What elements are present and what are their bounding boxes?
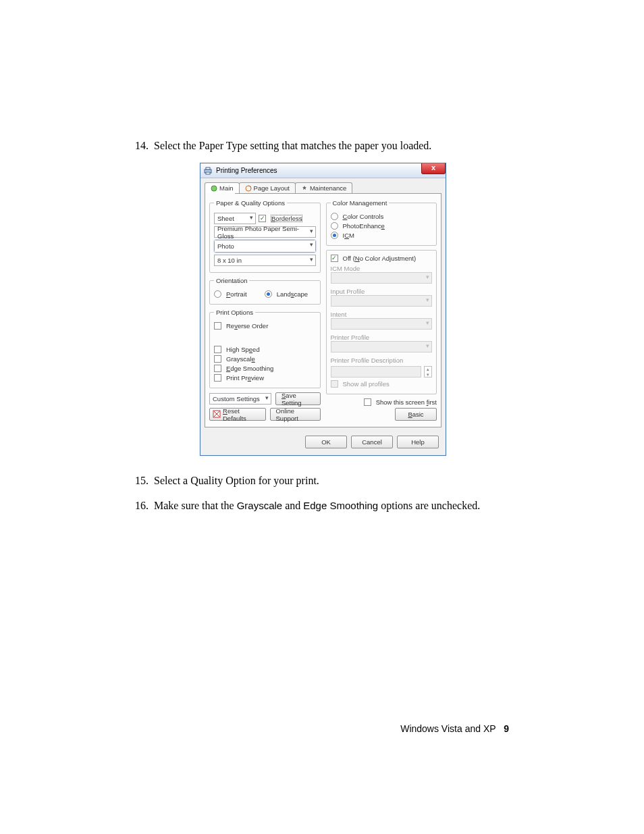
cancel-button[interactable]: Cancel [351, 436, 393, 448]
printer-profile-select [331, 341, 433, 353]
ok-button[interactable]: OK [305, 436, 347, 448]
step-16: 16.Make sure that the Grayscale and Edge… [135, 498, 509, 513]
save-setting-label: Save Setting [281, 392, 315, 407]
dialog-button-row: OK Cancel Help [200, 432, 446, 455]
color-mgmt-legend: Color Management [331, 199, 390, 207]
basic-button[interactable]: Basic [395, 408, 437, 421]
basic-label: Basic [408, 411, 423, 418]
tab-content: Paper & Quality Options Sheet Borderless… [205, 193, 441, 427]
paper-quality-group: Paper & Quality Options Sheet Borderless… [209, 199, 321, 273]
tab-main[interactable]: Main [205, 182, 240, 193]
footer-page-number: 9 [504, 723, 509, 734]
printer-profile-desc-label: Printer Profile Description [331, 357, 433, 364]
photoenhance-radio[interactable] [331, 222, 338, 230]
landscape-radio[interactable] [265, 290, 272, 298]
custom-settings-select[interactable]: Custom Settings [209, 393, 271, 405]
paper-type-value: Premium Photo Paper Semi-Gloss [217, 225, 306, 240]
svg-rect-2 [206, 172, 210, 174]
icm-radio[interactable] [331, 232, 338, 239]
dialog-title: Printing Preferences [216, 167, 277, 174]
printing-preferences-dialog: Printing Preferences x Main Page Layout … [200, 163, 446, 456]
paper-source-select[interactable]: Sheet [214, 213, 256, 224]
print-preview-checkbox[interactable] [214, 374, 221, 382]
high-speed-checkbox[interactable] [214, 346, 221, 353]
online-support-button[interactable]: Online Support [270, 408, 321, 421]
titlebar[interactable]: Printing Preferences x [200, 163, 446, 178]
grayscale-checkbox[interactable] [214, 355, 221, 363]
portrait-radio[interactable] [214, 290, 221, 298]
tab-layout-label: Page Layout [254, 184, 290, 192]
paper-source-value: Sheet [217, 215, 234, 222]
step-15: 15.Select a Quality Option for your prin… [135, 473, 509, 488]
print-preview-label: Print Preview [226, 374, 264, 382]
page-footer: Windows Vista and XP 9 [400, 723, 509, 734]
show-screen-first-checkbox[interactable] [364, 398, 371, 406]
orientation-group: Orientation Portrait Landscape [209, 277, 321, 305]
portrait-label: Portrait [226, 290, 247, 298]
paper-size-select[interactable]: 8 x 10 in [214, 255, 316, 266]
intent-select [331, 318, 433, 330]
step-16-text-a: Make sure that the [154, 500, 237, 511]
intent-label: Intent [331, 311, 433, 318]
icm-label: ICM [343, 232, 354, 239]
tab-page-layout[interactable]: Page Layout [239, 182, 296, 193]
save-setting-button[interactable]: Save Setting [275, 392, 321, 405]
desc-spinner: ▴▾ [424, 366, 432, 377]
off-no-color-label: Off (No Color Adjustment) [343, 255, 417, 262]
paper-quality-legend: Paper & Quality Options [214, 199, 287, 207]
input-profile-label: Input Profile [331, 288, 433, 295]
tab-main-label: Main [219, 184, 234, 192]
step-14-text: Select the Paper Type setting that match… [154, 140, 431, 151]
svg-point-3 [211, 186, 217, 191]
reset-defaults-label: Reset Defaults [223, 407, 260, 422]
borderless-checkbox[interactable] [259, 215, 266, 222]
custom-settings-value: Custom Settings [213, 395, 260, 402]
step-15-text: Select a Quality Option for your print. [154, 475, 319, 486]
layout-tab-icon [245, 185, 252, 192]
reverse-order-checkbox[interactable] [214, 322, 221, 330]
color-controls-radio[interactable] [331, 213, 338, 220]
grayscale-label: Grayscale [226, 355, 255, 363]
show-all-profiles-label: Show all profiles [343, 380, 390, 388]
main-tab-icon [211, 185, 217, 192]
icm-settings-group: Off (No Color Adjustment) ICM Mode Input… [326, 250, 437, 394]
maint-tab-icon [301, 185, 308, 192]
color-management-group: Color Management Color Controls PhotoEnh… [326, 199, 437, 246]
reset-defaults-button[interactable]: Reset Defaults [209, 408, 266, 421]
help-button[interactable]: Help [397, 436, 439, 448]
close-button[interactable]: x [421, 163, 446, 174]
printer-profile-label: Printer Profile [331, 334, 433, 341]
off-no-color-checkbox[interactable] [331, 255, 338, 262]
high-speed-label: High Speed [226, 346, 260, 353]
quality-select[interactable]: Photo [215, 240, 315, 252]
tab-maintenance[interactable]: Maintenance [295, 182, 352, 193]
edge-smoothing-checkbox[interactable] [214, 365, 221, 372]
tab-bar: Main Page Layout Maintenance [200, 178, 446, 193]
icm-mode-select [331, 272, 433, 284]
reset-icon [213, 410, 221, 419]
show-screen-first-label: Show this screen first [376, 398, 437, 406]
print-options-legend: Print Options [214, 309, 255, 316]
paper-type-select[interactable]: Premium Photo Paper Semi-Gloss [214, 226, 316, 238]
print-options-group: Print Options Reverse Order High Speed G… [209, 309, 321, 388]
borderless-label: Borderless [271, 215, 302, 222]
edge-smoothing-label: Edge Smoothing [226, 365, 273, 372]
step-16-grayscale: Grayscale [237, 500, 283, 511]
left-column: Paper & Quality Options Sheet Borderless… [209, 199, 321, 423]
footer-section: Windows Vista and XP [400, 723, 495, 734]
icm-mode-label: ICM Mode [331, 265, 433, 272]
orientation-legend: Orientation [214, 277, 249, 284]
color-controls-label: Color Controls [343, 213, 384, 220]
show-all-profiles-checkbox [331, 380, 338, 388]
right-column: Color Management Color Controls PhotoEnh… [326, 199, 437, 423]
step-14: 14.Select the Paper Type setting that ma… [135, 138, 509, 153]
step-16-text-b: and [282, 500, 303, 511]
step-16-text-c: options are unchecked. [378, 500, 480, 511]
tab-maint-label: Maintenance [310, 184, 346, 192]
step-16-edge: Edge Smoothing [303, 500, 378, 511]
printer-profile-desc-field [331, 366, 422, 377]
landscape-label: Landscape [277, 290, 308, 298]
photoenhance-label: PhotoEnhance [343, 222, 385, 230]
quality-value: Photo [217, 242, 234, 250]
input-profile-select [331, 295, 433, 307]
